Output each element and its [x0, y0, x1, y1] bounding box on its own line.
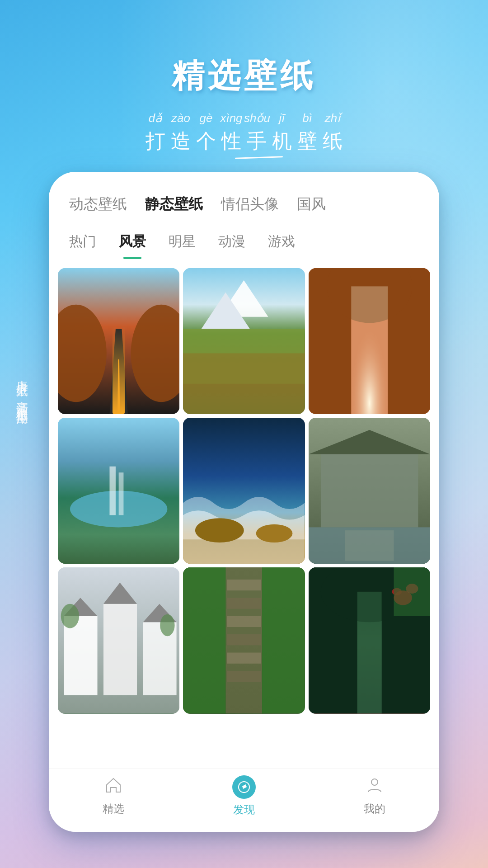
svg-rect-46	[262, 567, 305, 713]
svg-rect-55	[394, 567, 430, 616]
svg-rect-24	[321, 454, 418, 528]
wallpaper-grid	[49, 259, 439, 714]
nav-mine-label: 我的	[364, 802, 385, 816]
svg-point-22	[256, 524, 293, 542]
pinyin-8: zhǐ	[320, 111, 345, 125]
wallpaper-item-6[interactable]	[309, 418, 430, 564]
sub-tab-scenery[interactable]: 风景	[112, 228, 153, 259]
side-vertical-text: 唐卡壁纸／高清动态壁纸应用	[13, 371, 32, 406]
svg-rect-9	[183, 354, 305, 415]
top-tabs-container: 动态壁纸 静态壁纸 情侣头像 国风	[49, 172, 439, 219]
sub-char-8: 纸	[320, 128, 345, 155]
nav-featured-label: 精选	[103, 802, 124, 816]
wallpaper-item-9[interactable]	[309, 567, 430, 713]
wallpaper-item-3[interactable]	[309, 268, 430, 414]
svg-rect-40	[227, 598, 261, 609]
bottom-navigation: 精选 发现 我的	[49, 769, 439, 832]
sub-tab-hot[interactable]: 热门	[62, 228, 103, 259]
page-title: 精选壁纸	[0, 54, 488, 98]
nav-item-mine[interactable]: 我的	[364, 776, 385, 816]
sub-char-7: 壁	[295, 128, 320, 155]
svg-point-58	[371, 779, 378, 785]
sub-tab-game[interactable]: 游戏	[261, 228, 302, 259]
nav-discover-label: 发现	[233, 802, 255, 817]
pinyin-3: gè	[193, 111, 219, 125]
nav-person-icon	[366, 776, 384, 798]
sub-char-6: 机	[269, 128, 295, 155]
sub-char-1: 打	[143, 128, 168, 155]
svg-rect-19	[119, 472, 124, 515]
svg-rect-18	[109, 467, 115, 515]
svg-point-35	[61, 604, 79, 628]
svg-point-21	[195, 518, 244, 542]
pinyin-row: dǎ zào gè xìng shǒu jī bì zhǐ	[0, 111, 488, 125]
sub-char-3: 个	[193, 128, 219, 155]
svg-rect-30	[103, 604, 137, 695]
tab-couple-avatar[interactable]: 情侣头像	[219, 190, 281, 219]
wallpaper-item-2[interactable]	[183, 268, 305, 414]
svg-rect-44	[227, 671, 261, 682]
subtitle-row: 打 造 个 性 手 机 壁 纸	[0, 128, 488, 155]
svg-rect-27	[345, 530, 394, 561]
svg-rect-51	[357, 592, 381, 713]
nav-discover-icon	[232, 775, 256, 799]
tab-dynamic-wallpaper[interactable]: 动态壁纸	[67, 190, 129, 219]
wallpaper-item-7[interactable]	[58, 567, 179, 713]
tab-static-wallpaper[interactable]: 静态壁纸	[143, 190, 205, 219]
sub-tab-celebrity[interactable]: 明星	[162, 228, 202, 259]
svg-rect-41	[227, 616, 261, 627]
nav-item-featured[interactable]: 精选	[103, 776, 124, 816]
svg-marker-2	[117, 359, 120, 414]
pinyin-7: bì	[295, 111, 320, 125]
pinyin-1: dǎ	[143, 111, 168, 125]
wallpaper-item-5[interactable]	[183, 418, 305, 564]
phone-mockup: 动态壁纸 静态壁纸 情侣头像 国风 热门 风景 明星 动漫 游戏	[49, 172, 439, 832]
nav-home-icon	[104, 776, 122, 798]
sub-char-5: 手	[244, 128, 269, 155]
wallpaper-item-4[interactable]	[58, 418, 179, 564]
svg-point-36	[160, 614, 174, 636]
svg-rect-45	[183, 567, 225, 713]
pinyin-5: shǒu	[244, 111, 269, 125]
svg-rect-42	[227, 635, 261, 646]
wallpaper-item-1[interactable]	[58, 268, 179, 414]
wallpaper-item-8[interactable]	[183, 567, 305, 713]
tab-national-style[interactable]: 国风	[295, 190, 328, 219]
svg-marker-57	[242, 784, 247, 789]
nav-item-discover[interactable]: 发现	[232, 775, 256, 817]
svg-rect-39	[227, 580, 261, 590]
sub-char-4: 性	[219, 128, 244, 155]
sub-char-2: 造	[168, 128, 193, 155]
sub-tab-anime[interactable]: 动漫	[211, 228, 252, 259]
sub-tabs-container: 热门 风景 明星 动漫 游戏	[49, 219, 439, 259]
svg-rect-43	[227, 653, 261, 664]
pinyin-4: xìng	[219, 111, 244, 125]
pinyin-2: zào	[168, 111, 193, 125]
svg-rect-15	[351, 286, 388, 414]
pinyin-6: jī	[269, 111, 295, 125]
